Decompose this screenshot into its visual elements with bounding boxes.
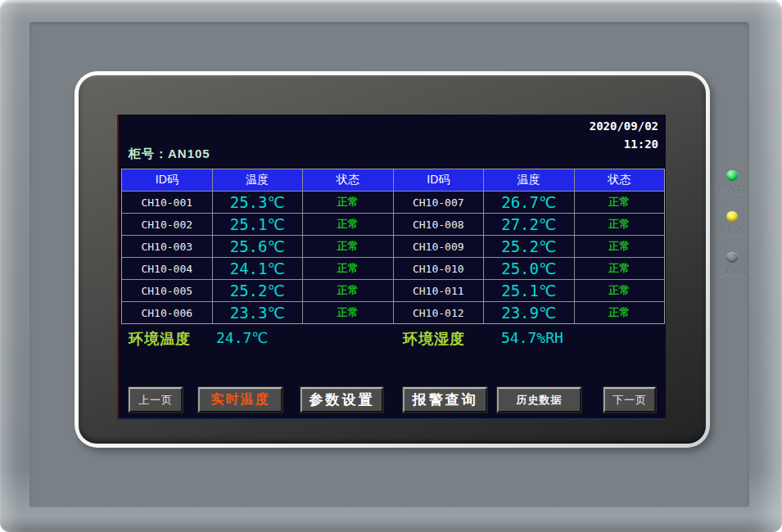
table-cell-id: CH10-005 (122, 280, 212, 301)
table-cell-status: 正常 (575, 236, 665, 257)
history-data-button[interactable]: 历史数据 (497, 387, 581, 413)
col-header-id: ID码 (394, 169, 484, 191)
table-cell-temp: 25.2℃ (213, 280, 303, 301)
com-led-label: COM (716, 265, 747, 279)
table-cell-status: 正常 (575, 192, 665, 213)
table-cell-id: CH10-003 (122, 236, 212, 257)
status-led-column: PWR RUN COM (712, 170, 753, 293)
table-cell-status: 正常 (303, 258, 393, 279)
table-cell-temp: 25.3℃ (213, 192, 303, 213)
ambient-temp-value: 24.7℃ (216, 329, 269, 346)
col-header-temp: 温度 (484, 169, 574, 191)
table-cell-temp: 23.9℃ (484, 302, 574, 323)
hmi-panel: 2020/09/02 11:20 柜号：AN105 ID码 温度 状态 ID码 … (0, 0, 782, 532)
time-text: 11:20 (590, 135, 658, 153)
datetime-display: 2020/09/02 11:20 (590, 117, 658, 153)
run-led-group: RUN (712, 211, 753, 238)
table-cell-status: 正常 (575, 280, 665, 301)
realtime-temp-button[interactable]: 实时温度 (198, 387, 283, 413)
table-cell-id: CH10-010 (394, 258, 484, 279)
table-cell-status: 正常 (303, 236, 393, 257)
table-cell-temp: 26.7℃ (484, 192, 574, 213)
table-cell-temp: 25.0℃ (484, 258, 574, 279)
power-led-icon (726, 170, 738, 181)
table-cell-id: CH10-001 (122, 192, 212, 213)
alarm-query-button[interactable]: 报警查询 (403, 387, 487, 413)
ambient-temp-label: 环境温度 (129, 329, 191, 349)
col-header-status: 状态 (303, 169, 393, 191)
table-cell-temp: 25.6℃ (213, 236, 303, 257)
col-header-status: 状态 (575, 169, 665, 191)
pwr-led-group: PWR (712, 170, 753, 197)
table-cell-temp: 25.2℃ (484, 236, 574, 257)
table-cell-temp: 25.1℃ (484, 280, 574, 301)
table-cell-id: CH10-004 (122, 258, 212, 279)
run-led-label: RUN (718, 224, 747, 238)
run-led-icon (726, 211, 738, 222)
table-cell-temp: 27.2℃ (484, 214, 574, 235)
table-cell-status: 正常 (303, 302, 393, 323)
table-cell-id: CH10-012 (394, 302, 484, 323)
table-cell-id: CH10-006 (122, 302, 212, 323)
table-cell-id: CH10-007 (394, 192, 484, 213)
ambient-humidity-value: 54.7%RH (501, 329, 563, 346)
prev-page-button[interactable]: 上一页 (129, 387, 183, 413)
table-cell-status: 正常 (575, 258, 665, 279)
table-cell-id: CH10-009 (394, 236, 484, 257)
ambient-humidity-label: 环境湿度 (403, 329, 465, 349)
table-cell-temp: 24.1℃ (213, 258, 303, 279)
power-led-label: PWR (717, 183, 747, 197)
table-cell-id: CH10-002 (122, 214, 212, 235)
table-cell-status: 正常 (303, 214, 393, 235)
table-cell-id: CH10-011 (394, 280, 484, 301)
com-led-icon (726, 252, 738, 263)
table-cell-status: 正常 (303, 280, 393, 301)
col-header-temp: 温度 (213, 169, 303, 191)
table-cell-temp: 25.1℃ (213, 214, 303, 235)
table-cell-id: CH10-008 (394, 214, 484, 235)
com-led-group: COM (712, 252, 753, 279)
cabinet-number-label: 柜号：AN105 (129, 147, 210, 162)
param-settings-button[interactable]: 参数设置 (301, 387, 383, 413)
next-page-button[interactable]: 下一页 (603, 387, 656, 413)
date-text: 2020/09/02 (590, 117, 658, 135)
table-cell-temp: 23.3℃ (213, 302, 303, 323)
table-cell-status: 正常 (575, 214, 665, 235)
table-cell-status: 正常 (303, 192, 393, 213)
table-cell-status: 正常 (575, 302, 665, 323)
temperature-table: ID码 温度 状态 ID码 温度 状态 CH10-001 25.3℃ 正常 CH… (121, 169, 665, 324)
col-header-id: ID码 (122, 169, 212, 191)
lcd-screen: 2020/09/02 11:20 柜号：AN105 ID码 温度 状态 ID码 … (117, 115, 666, 420)
